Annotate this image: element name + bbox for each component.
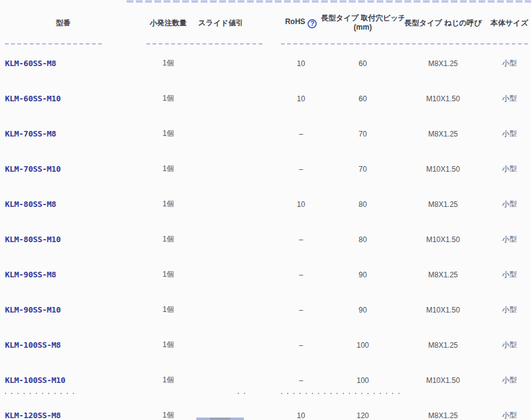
slide-discount-value	[198, 363, 262, 398]
slide-discount-value	[198, 222, 262, 257]
slide-discount-value	[198, 292, 262, 327]
column-spacer	[262, 46, 281, 81]
thread-size-value: M10X1.50	[404, 151, 488, 187]
rohs-help-icon[interactable]: ?	[307, 19, 317, 28]
thread-size-value: M8X1.25	[404, 187, 488, 222]
part-number-link[interactable]: KLM-80SS-M10	[5, 235, 61, 244]
slide-discount-value	[198, 398, 262, 420]
mounting-pitch-value: 120	[321, 398, 404, 420]
min-order-qty-value: 1個	[127, 187, 198, 222]
header-separator-dashed	[281, 43, 528, 44]
part-number-link[interactable]: KLM-100SS-M10	[5, 376, 65, 385]
thread-size-value: M10X1.50	[404, 292, 488, 327]
thread-size-value: M10X1.50	[404, 222, 488, 257]
part-number-link[interactable]: KLM-60SS-M8	[5, 59, 56, 68]
table-row: KLM-80SS-M10 1個 – 80 M10X1.50 小型	[0, 222, 531, 257]
rohs-value: 10	[281, 187, 321, 222]
part-number-link[interactable]: KLM-70SS-M10	[5, 164, 61, 174]
thread-size-value: M8X1.25	[404, 116, 488, 151]
rohs-value: 10	[281, 46, 321, 81]
rohs-value: –	[281, 292, 321, 327]
part-number-link[interactable]: KLM-100SS-M8	[5, 340, 61, 350]
header-separator-dashed	[5, 43, 102, 44]
min-order-qty-value: 1個	[127, 327, 198, 363]
min-order-qty-value: 1個	[127, 292, 198, 327]
product-spec-table: 型番 小発注数量 スライド値引 RoHS? 長型タイプ 取付穴ピッチ (mm) …	[0, 0, 531, 420]
mounting-pitch-value: 60	[321, 46, 404, 81]
min-order-qty-value: 1個	[127, 222, 198, 257]
table-body: KLM-60SS-M8 1個 10 60 M8X1.25 小型 KLM-60SS…	[0, 46, 531, 420]
header-separator-dashed	[146, 43, 262, 44]
row-separator-dotted	[5, 393, 77, 394]
min-order-qty-value: 1個	[127, 363, 198, 398]
column-spacer	[262, 398, 281, 420]
slide-discount-value	[198, 151, 262, 187]
part-number-link[interactable]: KLM-90SS-M8	[5, 270, 56, 279]
column-spacer	[262, 292, 281, 327]
col-header-slide-discount: スライド値引	[198, 0, 262, 46]
mounting-pitch-value: 70	[321, 116, 404, 151]
body-size-value: 小型	[488, 292, 531, 327]
min-order-qty-value: 1個	[127, 46, 198, 81]
part-number-link[interactable]: KLM-80SS-M8	[5, 200, 56, 209]
body-size-value: 小型	[488, 222, 531, 257]
col-header-min-order-qty: 小発注数量	[127, 0, 198, 46]
rohs-value: 10	[281, 81, 321, 116]
rohs-label: RoHS	[285, 17, 306, 26]
min-order-qty-value: 1個	[127, 257, 198, 292]
mounting-pitch-value: 90	[321, 257, 404, 292]
table-row: KLM-90SS-M10 1個 – 90 M10X1.50 小型	[0, 292, 531, 327]
mounting-pitch-value: 90	[321, 292, 404, 327]
mounting-pitch-value: 80	[321, 187, 404, 222]
min-order-qty-value: 1個	[127, 81, 198, 116]
table-row: KLM-80SS-M8 1個 10 80 M8X1.25 小型	[0, 187, 531, 222]
column-spacer	[262, 363, 281, 398]
mounting-pitch-value: 60	[321, 81, 404, 116]
table-row: KLM-60SS-M8 1個 10 60 M8X1.25 小型	[0, 46, 531, 81]
body-size-value: 小型	[488, 363, 531, 398]
body-size-value: 小型	[488, 46, 531, 81]
body-size-value: 小型	[488, 398, 531, 420]
thread-size-value: M10X1.50	[404, 81, 488, 116]
column-spacer	[262, 81, 281, 116]
part-number-link[interactable]: KLM-120SS-M8	[5, 411, 61, 420]
thread-size-value: M8X1.25	[404, 398, 488, 420]
column-spacer	[262, 116, 281, 151]
slide-discount-value	[198, 187, 262, 222]
body-size-value: 小型	[488, 81, 531, 116]
pitch-header-line1: 長型タイプ 取付穴ピッチ	[321, 14, 404, 23]
clipped-element-edge	[196, 418, 244, 420]
body-size-value: 小型	[488, 187, 531, 222]
column-spacer	[262, 222, 281, 257]
part-number-link[interactable]: KLM-90SS-M10	[5, 305, 61, 314]
part-number-link[interactable]: KLM-60SS-M10	[5, 94, 61, 103]
column-spacer	[262, 0, 281, 46]
row-separator-dotted	[238, 393, 248, 394]
table-header-row: 型番 小発注数量 スライド値引 RoHS? 長型タイプ 取付穴ピッチ (mm) …	[0, 0, 531, 46]
body-size-value: 小型	[488, 116, 531, 151]
table-row: KLM-70SS-M8 1個 – 70 M8X1.25 小型	[0, 116, 531, 151]
body-size-value: 小型	[488, 257, 531, 292]
min-order-qty-value: 1個	[127, 151, 198, 187]
rohs-value: –	[281, 327, 321, 363]
thread-size-value: M8X1.25	[404, 327, 488, 363]
body-size-value: 小型	[488, 327, 531, 363]
column-spacer	[262, 151, 281, 187]
col-header-model: 型番	[0, 0, 127, 46]
column-spacer	[262, 187, 281, 222]
mounting-pitch-value: 70	[321, 151, 404, 187]
rohs-value: –	[281, 151, 321, 187]
table-row: KLM-90SS-M8 1個 – 90 M8X1.25 小型	[0, 257, 531, 292]
col-header-body-size: 本体サイズ	[488, 0, 531, 46]
mounting-pitch-value: 80	[321, 222, 404, 257]
rohs-value: –	[281, 222, 321, 257]
min-order-qty-value: 1個	[127, 398, 198, 420]
col-header-mounting-pitch: 長型タイプ 取付穴ピッチ (mm)	[321, 0, 404, 46]
part-number-link[interactable]: KLM-70SS-M8	[5, 129, 56, 138]
thread-size-value: M10X1.50	[404, 363, 488, 398]
column-spacer	[262, 327, 281, 363]
thread-size-value: M8X1.25	[404, 46, 488, 81]
table-row: KLM-100SS-M10 1個 – 100 M10X1.50 小型	[0, 363, 531, 398]
pitch-header-line2: (mm)	[321, 23, 404, 32]
product-spec-table-page: 型番 小発注数量 スライド値引 RoHS? 長型タイプ 取付穴ピッチ (mm) …	[0, 0, 531, 420]
